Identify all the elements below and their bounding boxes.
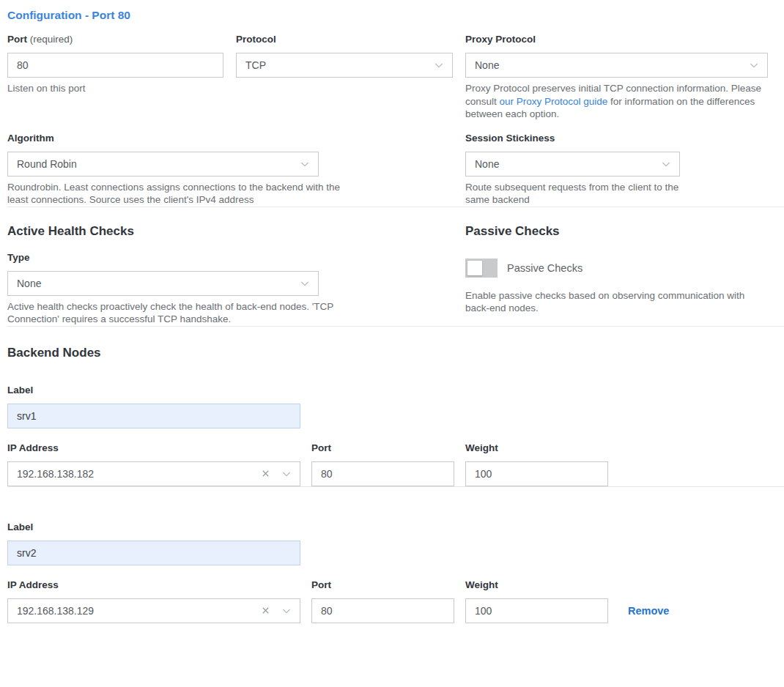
configuration-panel: Configuration - Port 80 Port (required) … (0, 0, 784, 687)
passive-checks-toggle[interactable] (465, 259, 498, 278)
backend-node-2: Label IP Address 192.168.138.129 Port We… (7, 522, 768, 623)
session-stickiness-value: None (475, 158, 660, 170)
active-health-checks-heading: Active Health Checks (7, 223, 465, 239)
algorithm-helper: Roundrobin. Least connections assigns co… (7, 181, 358, 207)
field-health-check-type: Type None Active health checks proactive… (7, 253, 465, 326)
field-node-ip: IP Address 192.168.138.129 (7, 580, 311, 623)
session-stickiness-select[interactable]: None (465, 152, 680, 177)
row-port-protocol: Port (required) Listen on this port Prot… (7, 34, 768, 121)
field-node-weight: Weight (465, 580, 608, 623)
proxy-protocol-select[interactable]: None (465, 53, 768, 78)
field-proxy-protocol: Proxy Protocol None Proxy Protocol prese… (465, 34, 768, 121)
protocol-select[interactable]: TCP (236, 53, 453, 78)
node-weight-label: Weight (465, 580, 608, 590)
node-weight-label: Weight (465, 443, 608, 453)
node-port-label: Port (311, 580, 465, 590)
backend-nodes-heading: Backend Nodes (7, 345, 768, 360)
health-check-type-helper: Active health checks proactively check t… (7, 300, 346, 326)
field-session-stickiness: Session Stickiness None Route subsequent… (465, 133, 768, 207)
session-stickiness-label: Session Stickiness (465, 133, 768, 144)
toggle-knob-icon (467, 261, 482, 275)
node-label-label: Label (7, 522, 768, 532)
page-title: Configuration - Port 80 (7, 8, 768, 22)
row-algorithm-stickiness: Algorithm Round Robin Roundrobin. Least … (7, 133, 768, 207)
node-port-input[interactable] (311, 598, 454, 623)
health-check-type-select[interactable]: None (7, 271, 319, 296)
field-node-label: Label (7, 385, 768, 428)
field-node-port: Port (311, 443, 465, 486)
node-port-input[interactable] (311, 461, 454, 486)
field-port: Port (required) Listen on this port (7, 34, 236, 121)
chevron-down-icon (299, 158, 311, 170)
port-input[interactable] (7, 53, 223, 78)
port-label: Port (required) (7, 34, 236, 45)
field-node-label: Label (7, 522, 768, 565)
field-algorithm: Algorithm Round Robin Roundrobin. Least … (7, 133, 465, 207)
protocol-label: Protocol (236, 34, 465, 45)
passive-checks-section: Passive Checks Passive Checks Enable pas… (465, 223, 768, 326)
chevron-down-icon (660, 158, 672, 170)
remove-node-container: Remove (628, 598, 669, 623)
node-weight-input[interactable] (465, 461, 608, 486)
node-address-row: IP Address 192.168.138.182 Port Weight (7, 443, 768, 486)
passive-checks-helper: Enable passive checks based on observing… (465, 289, 768, 315)
algorithm-label: Algorithm (7, 133, 465, 144)
node-ip-combobox[interactable]: 192.168.138.129 (7, 598, 300, 623)
algorithm-value: Round Robin (17, 158, 299, 170)
node-ip-label: IP Address (7, 443, 311, 453)
type-label: Type (7, 253, 465, 263)
protocol-value: TCP (245, 59, 433, 71)
chevron-down-icon (433, 59, 445, 71)
passive-checks-toggle-row: Passive Checks (465, 259, 768, 278)
proxy-protocol-guide-link[interactable]: our Proxy Protocol guide (500, 96, 608, 107)
chevron-down-icon[interactable] (281, 605, 292, 617)
proxy-protocol-label: Proxy Protocol (465, 34, 768, 45)
field-node-port: Port (311, 580, 465, 623)
session-stickiness-helper: Route subsequent requests from the clien… (465, 181, 685, 207)
node-ip-label: IP Address (7, 580, 311, 590)
port-required-note: (required) (30, 34, 73, 45)
backend-node-1: Label IP Address 192.168.138.182 Port We… (7, 385, 768, 486)
field-node-weight: Weight (465, 443, 608, 486)
clear-icon[interactable] (260, 605, 271, 616)
row-health-checks: Active Health Checks Type None Active he… (7, 223, 768, 326)
section-divider (7, 207, 784, 207)
passive-checks-heading: Passive Checks (465, 223, 768, 239)
field-protocol: Protocol TCP (236, 34, 465, 121)
node-weight-input[interactable] (465, 598, 608, 623)
node-ip-combobox[interactable]: 192.168.138.182 (7, 461, 300, 486)
algorithm-select[interactable]: Round Robin (7, 152, 319, 177)
chevron-down-icon[interactable] (281, 468, 292, 480)
node-divider (7, 486, 784, 487)
clear-icon[interactable] (260, 468, 271, 479)
active-health-checks-section: Active Health Checks Type None Active he… (7, 223, 465, 326)
node-ip-value: 192.168.138.129 (17, 605, 260, 617)
proxy-protocol-value: None (475, 59, 748, 71)
node-label-label: Label (7, 385, 768, 396)
remove-node-button[interactable]: Remove (628, 605, 669, 617)
node-address-row: IP Address 192.168.138.129 Port Weight R… (7, 580, 768, 623)
section-divider (7, 326, 784, 327)
proxy-protocol-helper: Proxy Protocol preserves initial TCP con… (465, 82, 768, 121)
port-helper: Listen on this port (7, 82, 236, 95)
node-label-input[interactable] (7, 404, 300, 428)
node-port-label: Port (311, 443, 465, 453)
chevron-down-icon (748, 59, 760, 71)
chevron-down-icon (299, 278, 311, 289)
passive-checks-toggle-label: Passive Checks (507, 262, 583, 274)
node-label-input[interactable] (7, 541, 300, 565)
health-check-type-value: None (17, 278, 299, 289)
field-node-ip: IP Address 192.168.138.182 (7, 443, 311, 486)
node-ip-value: 192.168.138.182 (17, 468, 260, 480)
